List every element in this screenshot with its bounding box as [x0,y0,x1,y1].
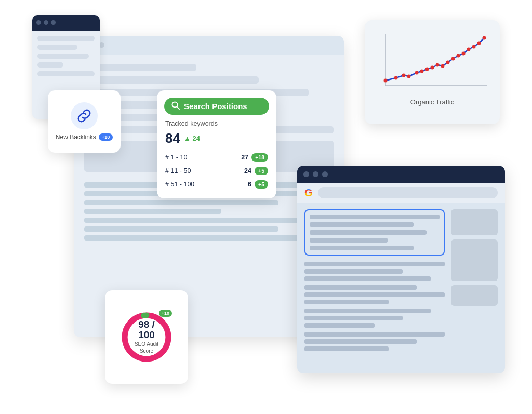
serp-bar [304,316,403,320]
svg-point-3 [394,76,398,79]
keyword-count: 84 [165,130,180,146]
placeholder-bar [84,64,196,71]
rank-badge-3: +5 [255,180,268,189]
serp-bar [310,238,388,243]
serp-bar [304,339,417,344]
serp-result-1 [304,262,445,281]
main-count-row: 84 ▲ 24 [157,129,276,151]
serp-bar [310,246,414,250]
serp-bar [310,230,427,235]
search-icon [171,101,180,111]
card-backlinks: New Backlinks +10 [48,90,121,153]
keyword-increase: ▲ 24 [184,135,200,142]
row-line [84,209,221,214]
browser-google-titlebar [297,166,505,183]
dot-b [44,20,48,25]
backlink-svg-icon [75,107,93,125]
placeholder-bar [37,36,95,41]
serp-result-4 [304,332,445,351]
seo-badge: +10 [159,310,172,317]
svg-point-19 [483,36,486,39]
dot-g3 [322,171,328,177]
rank-badge-1: +18 [251,153,268,162]
rank-count-3: 6 [248,181,251,188]
traffic-chart-svg [375,29,489,96]
svg-point-11 [441,64,445,68]
svg-point-7 [420,69,424,73]
row-line [84,200,278,205]
backlinks-badge: +10 [99,133,113,141]
seo-score-label: SEO AuditScore [132,341,161,354]
serp-content [297,203,505,357]
browser-left-content [32,31,100,82]
serp-result-3 [304,309,445,328]
svg-point-13 [451,57,455,60]
dot-g2 [313,171,318,177]
card-search: Search Positions Tracked keywords 84 ▲ 2… [157,90,276,198]
tracked-keywords-label: Tracked keywords [157,120,276,129]
svg-point-15 [462,51,466,55]
dot-a [36,20,41,25]
rank-row-2: # 11 - 50 24 +5 [157,164,276,178]
google-search-bar[interactable] [318,187,498,198]
dot-c [51,20,56,25]
seo-donut: 98 / 100 SEO AuditScore +10 [118,309,175,366]
svg-point-12 [446,60,450,64]
rank-count-1: 27 [241,154,248,161]
traffic-chart [375,29,489,96]
svg-point-6 [415,71,419,74]
placeholder-bar [37,45,77,50]
serp-main [304,209,445,351]
rank-range-1: # 1 - 10 [165,154,187,161]
card-traffic: Organic Traffic [365,20,500,124]
placeholder-bar [37,71,95,76]
serp-bar [304,309,431,313]
seo-donut-label: 98 / 100 SEO AuditScore [132,319,161,355]
browser-google: G [297,166,505,373]
serp-bar [304,262,445,266]
svg-point-9 [431,65,434,69]
serp-bar [304,346,389,351]
placeholder-bar [37,62,63,68]
rank-right-3: 6 +5 [248,180,268,189]
row-line [84,226,278,232]
rank-badge-2: +5 [255,167,268,175]
placeholder-bar [37,54,89,59]
google-logo: G [304,187,313,199]
dot-g1 [303,171,309,177]
svg-point-8 [425,67,429,71]
backlinks-label: New Backlinks +10 [56,133,113,141]
rank-right-2: 24 +5 [244,167,268,175]
traffic-label: Organic Traffic [410,98,454,106]
link-icon [71,102,98,129]
serp-bar [310,215,440,219]
rank-range-3: # 51 - 100 [165,181,194,188]
rank-right-1: 27 +18 [241,153,268,162]
svg-line-21 [177,106,180,109]
svg-point-2 [384,78,388,82]
scene: Organic Traffic New Backlinks +10 Search… [32,15,500,399]
browser-main-titlebar [74,36,344,55]
browser-left-titlebar [32,15,100,31]
seo-score: 98 / 100 [132,319,161,341]
serp-sidebar-block-2 [451,239,498,281]
rank-count-2: 24 [244,167,251,175]
serp-bar [304,300,389,304]
svg-point-16 [467,47,471,51]
serp-sidebar-block-3 [451,285,498,306]
rank-row-1: # 1 - 10 27 +18 [157,151,276,164]
backlinks-text: New Backlinks [56,133,96,141]
svg-point-5 [407,74,411,78]
serp-bar [304,332,445,337]
svg-point-4 [402,73,406,77]
serp-result-2 [304,285,445,304]
row-line [84,218,334,223]
serp-bar [304,323,375,328]
search-svg-icon [171,101,180,110]
placeholder-bar [84,76,259,84]
google-bar: G [297,183,505,203]
rank-row-3: # 51 - 100 6 +5 [157,178,276,191]
serp-bar [304,276,431,281]
svg-point-14 [457,54,460,57]
serp-bar [310,222,414,227]
